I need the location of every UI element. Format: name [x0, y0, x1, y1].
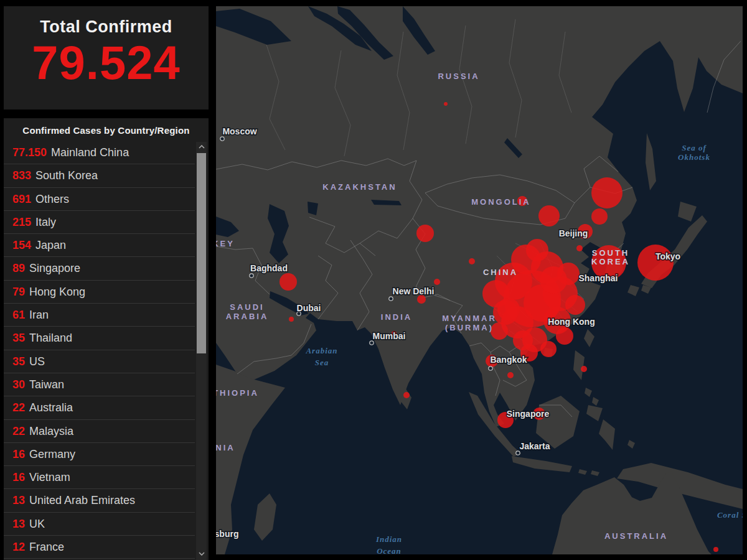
list-item[interactable]: 16Germany	[4, 443, 195, 466]
case-count: 13	[12, 494, 25, 506]
island-visayas	[585, 388, 592, 397]
list-item[interactable]: 35US	[4, 350, 195, 373]
list-item[interactable]: 61Iran	[4, 304, 195, 327]
case-count: 22	[12, 425, 25, 437]
case-dot[interactable]	[434, 279, 440, 285]
city-marker	[370, 341, 374, 345]
total-confirmed-panel: Total Confirmed 79.524	[4, 6, 209, 110]
list-item[interactable]: 89Singapore	[4, 257, 195, 280]
country-name: Taiwan	[29, 378, 64, 391]
case-cluster-circle[interactable]	[416, 225, 434, 242]
case-count: 35	[12, 355, 25, 368]
list-item[interactable]: 35Thailand	[4, 327, 195, 350]
case-cluster-circle[interactable]	[540, 266, 567, 294]
case-cluster-circle[interactable]	[540, 341, 557, 357]
list-item[interactable]: 13United Arab Emirates	[4, 489, 195, 512]
case-dot[interactable]	[713, 547, 718, 552]
list-item[interactable]: 154Japan	[4, 234, 195, 257]
case-dot[interactable]	[403, 392, 410, 398]
city-marker	[516, 451, 520, 455]
country-name: Germany	[29, 448, 75, 460]
water-label: Sea	[315, 358, 329, 367]
island-java	[512, 456, 572, 472]
list-item[interactable]: 833South Korea	[4, 164, 195, 187]
country-label: THIOPIA	[216, 388, 259, 398]
list-item[interactable]: 215Italy	[4, 211, 195, 234]
case-dot[interactable]	[444, 102, 448, 106]
country-name: Thailand	[29, 332, 72, 344]
scrollbar-thumb[interactable]	[197, 153, 206, 353]
country-name: Mainland China	[51, 146, 129, 159]
water-label: Arabian	[305, 346, 337, 355]
case-cluster-circle[interactable]	[526, 239, 548, 261]
list-item[interactable]: 16Vietnam	[4, 466, 195, 489]
asia-map[interactable]: RUSSIAKAZAKHSTANMONGOLIACHINASOUTHKOREAI…	[216, 6, 743, 554]
case-dot[interactable]	[469, 258, 475, 264]
island-kyushu	[627, 285, 639, 296]
list-item[interactable]: 12France	[4, 536, 195, 559]
country-label: MYANMAR	[442, 314, 497, 323]
city-marker	[250, 274, 253, 278]
map-container[interactable]: RUSSIAKAZAKHSTANMONGOLIACHINASOUTHKOREAI…	[216, 6, 743, 554]
list-item[interactable]: 691Others	[4, 188, 195, 211]
case-dot[interactable]	[507, 372, 514, 378]
case-cluster-circle[interactable]	[565, 295, 585, 315]
city-label: Hong Kong	[548, 317, 594, 327]
city-label: Bangkok	[490, 355, 527, 365]
city-marker	[220, 137, 224, 141]
country-name: Italy	[35, 216, 56, 228]
case-count: 30	[12, 378, 25, 391]
scroll-up-button[interactable]	[196, 142, 207, 152]
case-cluster-circle[interactable]	[556, 327, 573, 345]
case-dot[interactable]	[581, 366, 587, 372]
country-name: Japan	[35, 239, 66, 251]
case-dot[interactable]	[576, 245, 583, 251]
list-item[interactable]: 13UK	[4, 513, 195, 536]
island-bali-lombok	[578, 469, 587, 475]
city-label: New Delhi	[393, 286, 435, 296]
list-item[interactable]: 22Australia	[4, 396, 195, 419]
case-count: 13	[12, 518, 25, 530]
island-sakhalin	[646, 133, 656, 190]
landmass-eurasia	[216, 6, 743, 427]
case-cluster-circle[interactable]	[497, 298, 520, 320]
case-cluster-circle[interactable]	[637, 245, 674, 281]
case-dot[interactable]	[417, 295, 426, 304]
city-label: Moscow	[222, 126, 256, 136]
city-label: Singapore	[507, 409, 550, 419]
case-count: 61	[12, 309, 25, 321]
case-cluster-circle[interactable]	[591, 177, 622, 208]
case-cluster-circle[interactable]	[280, 273, 297, 291]
case-count: 89	[12, 262, 25, 274]
country-name: UK	[29, 518, 45, 530]
case-count: 22	[12, 401, 25, 414]
island-sumbawa	[591, 470, 599, 476]
city-label: Baghdad	[250, 263, 288, 273]
case-count: 691	[12, 193, 31, 205]
city-marker	[389, 297, 393, 301]
case-count: 12	[12, 541, 25, 553]
list-item[interactable]: 22Malaysia	[4, 420, 195, 443]
country-list[interactable]: 77.150Mainland China833South Korea691Oth…	[4, 141, 195, 560]
country-label: KAZAKHSTAN	[322, 182, 397, 192]
island-taiwan	[584, 329, 594, 347]
list-item[interactable]: 30Taiwan	[4, 373, 195, 396]
scroll-down-button[interactable]	[196, 549, 207, 559]
country-label: SOUTH	[592, 248, 630, 258]
country-name: Hong Kong	[29, 286, 85, 298]
water-label: Coral Sea	[717, 510, 743, 520]
list-item[interactable]: 77.150Mainland China	[4, 141, 195, 164]
case-cluster-circle[interactable]	[538, 205, 560, 226]
case-count: 154	[12, 239, 31, 251]
country-name: France	[29, 541, 64, 553]
case-dot[interactable]	[289, 317, 294, 322]
list-title: Confirmed Cases by Country/Region	[4, 118, 209, 136]
case-cluster-circle[interactable]	[591, 208, 608, 225]
country-label: NIA	[216, 443, 235, 452]
water-label: Indian	[375, 534, 402, 544]
country-label: RUSSIA	[438, 72, 479, 81]
case-cluster-circle[interactable]	[513, 330, 533, 350]
list-item[interactable]: 79Hong Kong	[4, 281, 195, 304]
list-scrollbar[interactable]	[196, 142, 207, 560]
city-marker	[489, 366, 492, 370]
